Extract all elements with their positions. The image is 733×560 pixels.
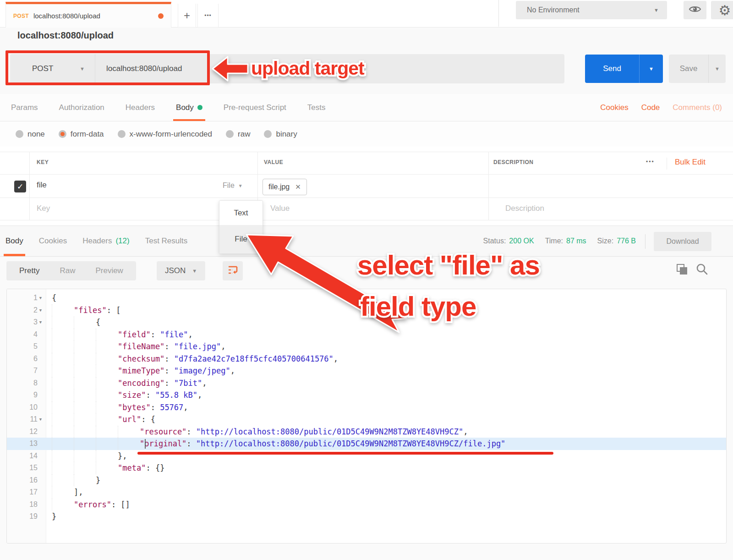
token-num: 55767 xyxy=(160,403,183,412)
tab-params[interactable]: Params xyxy=(11,94,38,121)
send-options-button[interactable]: ▼ xyxy=(639,55,663,83)
line-number: 10 xyxy=(29,403,38,412)
annotation-select-file-line2: field type xyxy=(360,291,476,322)
search-response-button[interactable] xyxy=(695,263,708,277)
code-gutter-cell: 8 xyxy=(7,379,46,387)
code-lines: 1▼{2▼"files": [3▼{4"field": "file",5"fil… xyxy=(7,292,726,523)
token-p: ], xyxy=(74,488,83,497)
tab-tests[interactable]: Tests xyxy=(307,94,326,121)
column-header-value: VALUE xyxy=(264,159,283,165)
line-number: 16 xyxy=(29,476,38,484)
tab-authorization[interactable]: Authorization xyxy=(59,94,104,121)
token-k: "files" xyxy=(74,306,107,315)
description-placeholder[interactable]: Description xyxy=(505,204,544,213)
file-chip: file.jpg ✕ xyxy=(263,179,307,195)
indent-guide xyxy=(52,499,74,511)
send-button[interactable]: Send xyxy=(585,55,639,83)
tab-body[interactable]: Body xyxy=(176,94,202,121)
collapse-caret-icon[interactable]: ▼ xyxy=(38,296,44,300)
response-tab-test-results[interactable]: Test Results xyxy=(145,226,188,256)
token-p: : [ xyxy=(107,306,121,315)
annotation-box-upload-target xyxy=(5,50,210,85)
indent-guide xyxy=(52,426,74,438)
key-placeholder[interactable]: Key xyxy=(37,204,50,213)
view-preview[interactable]: Preview xyxy=(85,266,133,275)
mode-raw[interactable]: raw xyxy=(226,130,250,139)
code-content: } xyxy=(46,474,100,487)
link-comments-0[interactable]: Comments (0) xyxy=(673,103,722,112)
tab-options-button[interactable]: ••• xyxy=(197,4,219,27)
indent-guide xyxy=(96,377,118,390)
tab-headers[interactable]: Headers xyxy=(126,94,155,121)
new-tab-button[interactable]: + xyxy=(178,4,196,27)
collapse-caret-icon[interactable]: ▼ xyxy=(38,417,44,422)
collapse-caret-icon[interactable]: ▼ xyxy=(38,308,44,313)
chevron-down-icon: ▼ xyxy=(192,268,197,274)
view-raw[interactable]: Raw xyxy=(49,266,85,275)
mode-label: raw xyxy=(238,130,250,139)
link-cookies[interactable]: Cookies xyxy=(600,103,628,112)
code-content: ], xyxy=(46,486,83,499)
format-selector[interactable]: JSON ▼ xyxy=(157,261,205,280)
link-code[interactable]: Code xyxy=(641,103,660,112)
mode-binary[interactable]: binary xyxy=(264,130,297,139)
token-p: : xyxy=(186,427,196,436)
indent-guide xyxy=(118,426,140,438)
code-content: "mimeType": "image/jpeg", xyxy=(46,365,235,377)
indent-guide xyxy=(96,438,118,450)
save-button[interactable]: Save xyxy=(669,55,708,83)
copy-icon xyxy=(680,267,687,275)
environment-quicklook-button[interactable] xyxy=(684,1,706,19)
response-tab-headers[interactable]: Headers(12) xyxy=(82,226,130,256)
code-gutter-cell: 17 xyxy=(7,488,46,496)
settings-button[interactable]: ⚙ xyxy=(711,1,733,19)
token-p: : xyxy=(186,439,196,448)
mode-x-www-form-urlencoded[interactable]: x-www-form-urlencoded xyxy=(118,130,212,139)
mode-none[interactable]: none xyxy=(16,130,45,139)
request-tab[interactable]: POST localhost:8080/upload xyxy=(5,2,171,27)
table-border xyxy=(0,152,733,152)
code-line: 8"encoding": "7bit", xyxy=(7,377,726,390)
environment-selector[interactable]: No Environment ▼ xyxy=(516,1,667,19)
key-cell[interactable]: file xyxy=(37,181,47,190)
menu-item-text[interactable]: Text xyxy=(219,201,263,225)
indent-guide xyxy=(74,389,96,401)
field-type-dropdown[interactable]: File ▼ xyxy=(223,181,243,190)
view-switcher: PrettyRawPreview xyxy=(6,261,136,280)
wrap-lines-button[interactable] xyxy=(223,261,243,280)
send-button-group: Send ▼ xyxy=(585,55,663,83)
bulk-edit-link[interactable]: Bulk Edit xyxy=(675,158,706,167)
view-pretty[interactable]: Pretty xyxy=(9,266,49,275)
mode-form-data[interactable]: form-data xyxy=(59,130,104,139)
response-tab-body[interactable]: Body xyxy=(5,226,23,256)
wrap-lines-icon xyxy=(227,264,238,277)
search-icon xyxy=(695,269,708,277)
token-p: : xyxy=(164,354,174,363)
time-label: Time: xyxy=(545,237,563,245)
response-tab-cookies[interactable]: Cookies xyxy=(39,226,67,256)
radio-icon xyxy=(226,130,234,138)
save-options-button[interactable]: ▼ xyxy=(708,55,726,83)
chevron-down-icon: ▼ xyxy=(654,7,659,13)
line-number: 14 xyxy=(29,452,38,460)
table-options-button[interactable]: ••• xyxy=(646,159,655,165)
indent-guide xyxy=(96,389,118,401)
tab-pre-request-script[interactable]: Pre-request Script xyxy=(224,94,286,121)
download-button[interactable]: Download xyxy=(654,232,711,251)
code-line: 15"meta": {} xyxy=(7,462,726,474)
token-s: "file.jpg" xyxy=(174,342,221,351)
copy-response-button[interactable] xyxy=(677,264,689,276)
time-value: 87 ms xyxy=(566,237,586,245)
file-chip-label: file.jpg xyxy=(268,183,290,191)
token-k: "encoding" xyxy=(118,379,164,388)
indent-guide xyxy=(96,353,118,365)
chevron-down-icon: ▼ xyxy=(649,66,654,71)
remove-file-icon[interactable]: ✕ xyxy=(295,183,301,191)
code-line: 7"mimeType": "image/jpeg", xyxy=(7,365,726,377)
row-checkbox[interactable]: ✓ xyxy=(14,181,26,192)
indent-guide xyxy=(52,450,74,462)
indent-guide xyxy=(52,413,74,426)
menu-item-file[interactable]: File xyxy=(219,225,263,253)
value-placeholder[interactable]: Value xyxy=(270,204,290,213)
collapse-caret-icon[interactable]: ▼ xyxy=(38,320,44,324)
